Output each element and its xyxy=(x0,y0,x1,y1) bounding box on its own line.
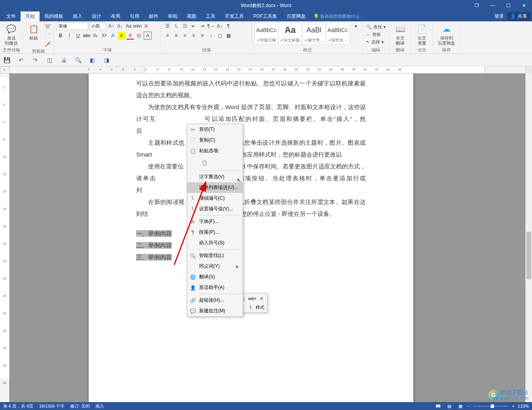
menu-translate[interactable]: 🌐翻译(S) xyxy=(187,272,243,282)
menu-cut[interactable]: ✂剪切(T) xyxy=(187,124,243,135)
tab-insert[interactable]: 插入 xyxy=(68,11,87,21)
list-item[interactable]: 三、举例内容 xyxy=(136,251,366,263)
justify-button[interactable]: ≡ xyxy=(190,32,198,40)
superscript-button[interactable]: X² xyxy=(100,32,108,40)
increase-indent-button[interactable]: ⇥ xyxy=(198,22,206,30)
scrollbar-thumb[interactable] xyxy=(526,232,531,279)
strikethrough-button[interactable]: abc xyxy=(83,32,91,40)
tab-review[interactable]: 审阅 xyxy=(163,11,182,21)
clear-format-button[interactable]: A xyxy=(142,22,150,30)
borders-button[interactable]: ▦ xyxy=(224,32,232,40)
zoom-level[interactable]: 110% xyxy=(518,404,529,408)
list-item[interactable]: 二、举例内容 xyxy=(136,240,366,251)
ltr-button[interactable]: ¶→ xyxy=(207,22,215,30)
underline-button[interactable]: U xyxy=(74,32,82,40)
replace-button[interactable]: ↔ 替换 xyxy=(365,31,387,38)
status-page[interactable]: 第 6 页，共 6页 xyxy=(3,403,33,409)
mini-phonetic[interactable]: wén xyxy=(248,295,256,302)
redo-button[interactable]: ↷ xyxy=(32,57,39,64)
paste-button[interactable]: 📋 粘贴 xyxy=(25,22,42,42)
view-print-layout[interactable]: ▤ xyxy=(445,403,453,409)
menu-smart-lookup[interactable]: 🔍智能查找(L) xyxy=(187,250,243,261)
menu-english-assistant[interactable]: 👤英语助手(A) xyxy=(187,282,243,293)
tab-baidu[interactable]: 百度网盘 xyxy=(282,11,310,21)
shrink-font-button[interactable]: A↓ xyxy=(116,22,124,30)
decrease-indent-button[interactable]: ⇤ xyxy=(190,22,198,30)
send-wechat-button[interactable]: 💬 发送 到微信 xyxy=(2,22,20,47)
menu-hyperlink[interactable]: 🔗超链接(H)... xyxy=(187,295,243,306)
phonetic-button[interactable]: wén xyxy=(133,22,141,30)
styles-more-button[interactable]: ▾ xyxy=(352,22,360,30)
close-button[interactable]: ✕ xyxy=(516,0,532,11)
enclose-char-button[interactable]: ㊕ xyxy=(135,32,143,40)
font-name-select[interactable] xyxy=(57,22,88,30)
sort-button[interactable]: A↓ xyxy=(216,22,224,30)
align-left-button[interactable]: ≡ xyxy=(163,32,171,40)
horizontal-ruler[interactable]: 2468246810121416182022242628303234363840… xyxy=(10,66,525,74)
paragraph[interactable]: 可以在想要添加的视频的嵌入代码中进行粘贴。您也可以键入一个关键字以联机搜索最适合… xyxy=(136,77,366,101)
copy-button[interactable]: 📄 xyxy=(44,32,51,40)
bullets-button[interactable]: ☰ xyxy=(163,22,171,30)
tell-me-search[interactable]: 💡 告诉我您想要做什么... xyxy=(310,13,363,19)
tab-mailings[interactable]: 邮件 xyxy=(144,11,163,21)
cut-button[interactable]: ✂️ xyxy=(44,23,51,31)
highlight-button[interactable]: A xyxy=(118,32,125,40)
status-word-count[interactable]: 18/1309 个字 xyxy=(39,403,65,409)
tab-home[interactable]: 开始 xyxy=(21,11,40,21)
font-size-select[interactable] xyxy=(89,22,106,30)
tab-layout[interactable]: 布局 xyxy=(106,11,125,21)
share-button[interactable]: 👤 共享 xyxy=(507,12,530,21)
style-item-2[interactable]: AaBl↵硕士学... xyxy=(302,22,326,44)
menu-hanzi-reselect[interactable]: 汉字重选(V) xyxy=(187,172,243,182)
tab-pdf[interactable]: PDF工具集 xyxy=(249,11,282,21)
char-border-button[interactable]: A xyxy=(144,32,152,40)
font-color-button[interactable]: A xyxy=(126,32,134,40)
format-painter-button[interactable]: 🖌️ xyxy=(44,40,51,48)
tab-mytemplate[interactable]: 我的模板 xyxy=(40,11,68,21)
grow-font-button[interactable]: A↑ xyxy=(107,22,115,30)
menu-synonyms[interactable]: 同义词(Y)▶ xyxy=(187,261,243,272)
show-marks-button[interactable]: ¶ xyxy=(224,22,232,30)
multilevel-button[interactable]: ☷ xyxy=(181,22,189,30)
menu-new-comment[interactable]: 💬新建批注(M) xyxy=(187,306,243,316)
tab-developer[interactable]: 开发工具 xyxy=(220,11,249,21)
status-insert-mode[interactable]: 插入 xyxy=(95,403,104,409)
tab-tools[interactable]: 工具 xyxy=(201,11,220,21)
print-preview-button[interactable]: 🔍 xyxy=(74,57,82,64)
page[interactable]: 可以在想要添加的视频的嵌入代码中进行粘贴。您也可以键入一个关键字以联机搜索最适合… xyxy=(89,74,413,402)
ribbon-collapse-icon[interactable]: ❐ xyxy=(469,0,484,11)
menu-adjust-list-indent[interactable]: 调整列表缩进(U)... xyxy=(187,182,243,193)
menu-insert-symbol[interactable]: 插入符号(S) xyxy=(187,238,243,248)
paragraph[interactable]: 主题和样式也 。当您单击设计并选择新的主题时，图片、图表或 Smart 匹配新的… xyxy=(136,137,366,161)
italic-button[interactable]: I xyxy=(65,32,73,40)
mini-styles[interactable]: 样式 xyxy=(256,303,264,311)
menu-set-numbering-value[interactable]: ⒈设置编号值(V)... xyxy=(187,204,243,214)
mini-numbering[interactable]: ⒈ xyxy=(246,303,255,311)
login-link[interactable]: 登录 xyxy=(494,13,504,20)
translate-button[interactable]: 📖 全文 翻译 xyxy=(392,22,408,47)
find-button[interactable]: 🔍 查找 ▾ xyxy=(365,24,387,30)
subscript-button[interactable]: X₂ xyxy=(91,32,99,40)
paragraph[interactable]: 在新的阅读视 可以折叠文档某些部分并关注所需文本。如果在达到结 取，Word 会… xyxy=(136,196,366,220)
tab-references[interactable]: 引用 xyxy=(125,11,144,21)
print-button[interactable]: 🖨 xyxy=(60,57,67,64)
zoom-in[interactable]: + xyxy=(512,404,514,408)
status-track-changes[interactable]: 修订: 关闭 xyxy=(70,403,90,409)
menu-continue-numbering[interactable]: ⒈继续编号(C) xyxy=(187,193,243,204)
align-right-button[interactable]: ≡ xyxy=(181,32,189,40)
numbering-button[interactable]: ⒈ xyxy=(172,22,180,30)
qat-btn-4[interactable]: ◫ xyxy=(46,57,53,64)
vertical-ruler[interactable]: 24681012141618202224262830323436 xyxy=(0,74,10,402)
line-spacing-button[interactable]: ↕ xyxy=(207,32,215,40)
save-baidu-button[interactable]: ☁ 保存到 百度网盘 xyxy=(435,22,458,47)
distribute-button[interactable]: ≡ xyxy=(198,32,206,40)
zoom-out[interactable]: − xyxy=(467,404,470,408)
paste-option-1[interactable]: 📋 xyxy=(199,158,209,168)
paragraph[interactable]: 为使您的文档具有专业外观，Word 提供了页眉、页脚、封面和文本框设计，这些设计… xyxy=(136,101,366,137)
paragraph[interactable]: 使用在需要位 Word 中保存时间。若要更改图片适应文档的方式，请单击 会显示布… xyxy=(136,161,366,196)
maximize-button[interactable]: ☐ xyxy=(500,0,516,11)
select-button[interactable]: ↖ 选择 ▾ xyxy=(365,39,387,45)
tab-view[interactable]: 视图 xyxy=(182,11,201,21)
undo-button[interactable]: ↶ xyxy=(17,57,25,64)
mini-format-painter[interactable]: A xyxy=(257,295,266,302)
